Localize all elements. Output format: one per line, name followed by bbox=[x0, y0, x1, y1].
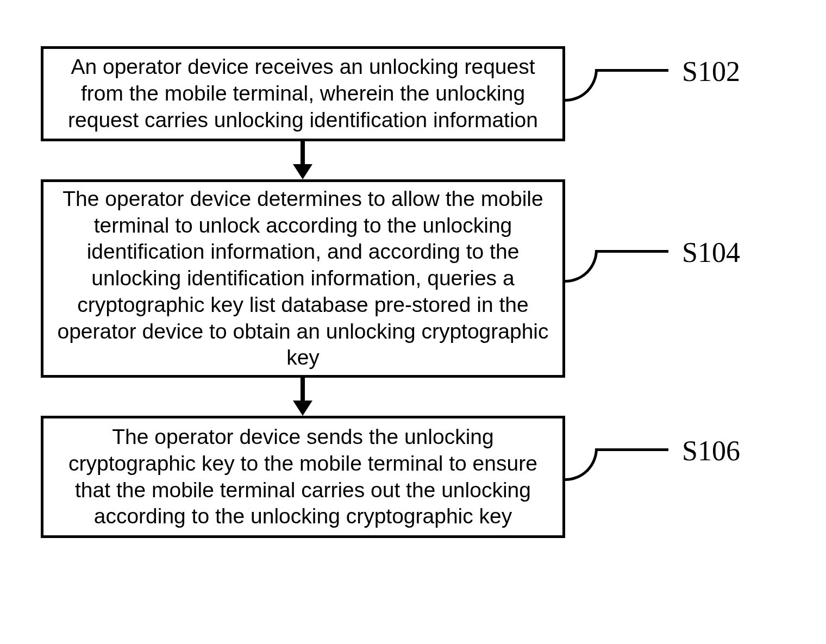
step-text: An operator device receives an unlocking… bbox=[52, 54, 554, 133]
step-box-s102: An operator device receives an unlocking… bbox=[41, 46, 565, 141]
connector-line bbox=[595, 250, 668, 253]
connector-curve bbox=[565, 69, 598, 102]
connector-curve bbox=[565, 250, 598, 283]
connector-curve bbox=[565, 448, 598, 481]
connector-line bbox=[595, 448, 668, 451]
arrow-shaft bbox=[301, 141, 305, 167]
step-box-s104: The operator device determines to allow … bbox=[41, 179, 565, 378]
step-label-s104: S104 bbox=[682, 236, 740, 268]
step-text: The operator device determines to allow … bbox=[52, 186, 554, 371]
connector-line bbox=[595, 69, 668, 72]
step-text: The operator device sends the unlocking … bbox=[52, 424, 554, 530]
arrow-head-icon bbox=[293, 164, 312, 179]
flowchart-canvas: An operator device receives an unlocking… bbox=[0, 0, 826, 644]
step-label-s106: S106 bbox=[682, 435, 740, 467]
step-label-s102: S102 bbox=[682, 55, 740, 87]
step-box-s106: The operator device sends the unlocking … bbox=[41, 416, 565, 538]
arrow-head-icon bbox=[293, 401, 312, 416]
arrow-shaft bbox=[301, 378, 305, 404]
